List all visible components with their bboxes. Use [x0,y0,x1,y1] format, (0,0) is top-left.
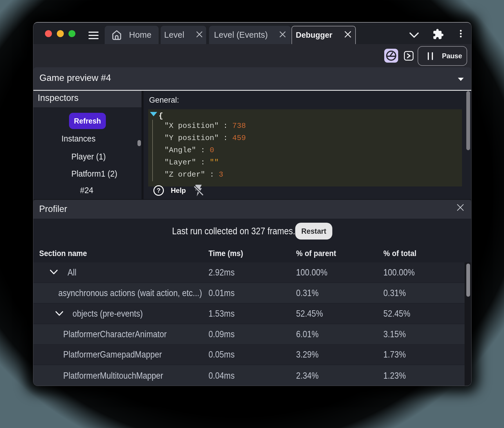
svg-text:?: ? [157,187,160,194]
